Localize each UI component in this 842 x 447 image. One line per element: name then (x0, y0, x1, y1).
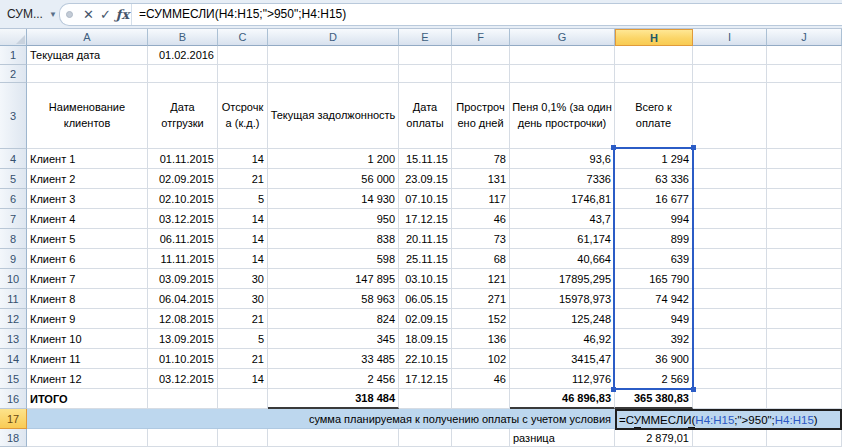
row-header-16[interactable]: 16 (0, 389, 27, 409)
cell-G4[interactable]: 93,6 (510, 149, 615, 169)
row-header-13[interactable]: 13 (0, 329, 27, 349)
cell-H12[interactable]: 949 (615, 309, 693, 329)
cell-G5[interactable]: 7336 (510, 169, 615, 189)
cell-C15[interactable]: 14 (218, 369, 268, 389)
row-header-10[interactable]: 10 (0, 269, 27, 289)
cell-F15[interactable]: 46 (452, 369, 510, 389)
cell-D1[interactable] (268, 46, 399, 65)
cell-E14[interactable]: 22.10.15 (399, 349, 452, 369)
cell-C16[interactable] (218, 389, 268, 409)
cell-D4[interactable]: 1 200 (268, 149, 399, 169)
cell-F6[interactable]: 117 (452, 189, 510, 209)
cell-E18[interactable] (399, 429, 452, 447)
cell-C8[interactable]: 14 (218, 229, 268, 249)
col-header-G[interactable]: G (510, 29, 615, 46)
cell-D5[interactable]: 56 000 (268, 169, 399, 189)
cell-D9[interactable]: 598 (268, 249, 399, 269)
cell-F2[interactable] (452, 65, 510, 83)
cell-C9[interactable]: 14 (218, 249, 268, 269)
cell-E8[interactable]: 20.11.15 (399, 229, 452, 249)
cell-H5[interactable]: 63 336 (615, 169, 693, 189)
cell-H11[interactable]: 74 942 (615, 289, 693, 309)
cell-D18[interactable] (268, 429, 399, 447)
cell-E1[interactable] (399, 46, 452, 65)
cell-H1[interactable] (615, 46, 693, 65)
cell-C12[interactable]: 21 (218, 309, 268, 329)
cell-J5[interactable] (767, 169, 842, 189)
col-header-B[interactable]: B (148, 29, 218, 46)
cell-B4[interactable]: 01.11.2015 (148, 149, 218, 169)
highlight-row-label[interactable]: сумма планируемая к получению оплаты с у… (27, 409, 615, 429)
cell-H8[interactable]: 899 (615, 229, 693, 249)
cell-F16[interactable] (452, 389, 510, 409)
cell-G9[interactable]: 40,664 (510, 249, 615, 269)
cell-H18[interactable]: 2 879,01 (615, 429, 693, 447)
cell-I8[interactable] (693, 229, 767, 249)
cell-D12[interactable]: 824 (268, 309, 399, 329)
cell-I14[interactable] (693, 349, 767, 369)
cell-E12[interactable]: 02.09.15 (399, 309, 452, 329)
cell-B14[interactable]: 01.10.2015 (148, 349, 218, 369)
row-header-1[interactable]: 1 (0, 46, 27, 65)
cell-F1[interactable] (452, 46, 510, 65)
cell-H6[interactable]: 16 677 (615, 189, 693, 209)
row-header-4[interactable]: 4 (0, 149, 27, 169)
cell-D14[interactable]: 33 485 (268, 349, 399, 369)
cell-F10[interactable]: 121 (452, 269, 510, 289)
cell-F14[interactable]: 102 (452, 349, 510, 369)
cell-C4[interactable]: 14 (218, 149, 268, 169)
cell-H3[interactable]: Всего к оплате (615, 83, 693, 149)
cell-G7[interactable]: 43,7 (510, 209, 615, 229)
row-header-5[interactable]: 5 (0, 169, 27, 189)
cell-A5[interactable]: Клиент 2 (27, 169, 148, 189)
cell-G11[interactable]: 15978,973 (510, 289, 615, 309)
cell-H16[interactable]: 365 380,83 (615, 389, 693, 409)
cell-A14[interactable]: Клиент 11 (27, 349, 148, 369)
cell-I13[interactable] (693, 329, 767, 349)
cell-D16[interactable]: 318 484 (268, 389, 399, 409)
cell-C1[interactable] (218, 46, 268, 65)
cell-E13[interactable]: 18.09.15 (399, 329, 452, 349)
cell-I2[interactable] (693, 65, 767, 83)
cell-E11[interactable]: 06.05.15 (399, 289, 452, 309)
cell-B3[interactable]: Дата отгрузки (148, 83, 218, 149)
cell-H13[interactable]: 392 (615, 329, 693, 349)
cell-I12[interactable] (693, 309, 767, 329)
splitter-dot-icon[interactable] (66, 11, 73, 18)
cell-E3[interactable]: Дата оплаты (399, 83, 452, 149)
cell-B1[interactable]: 01.02.2016 (148, 46, 218, 65)
cell-I7[interactable] (693, 209, 767, 229)
cell-H14[interactable]: 36 900 (615, 349, 693, 369)
cell-B9[interactable]: 11.11.2015 (148, 249, 218, 269)
cell-H9[interactable]: 639 (615, 249, 693, 269)
cell-B2[interactable] (148, 65, 218, 83)
col-header-A[interactable]: A (27, 29, 148, 46)
cell-I10[interactable] (693, 269, 767, 289)
cell-J10[interactable] (767, 269, 842, 289)
cell-D7[interactable]: 950 (268, 209, 399, 229)
cell-I11[interactable] (693, 289, 767, 309)
cell-C7[interactable]: 14 (218, 209, 268, 229)
edit-handle-icon[interactable] (634, 427, 641, 430)
cell-B6[interactable]: 02.10.2015 (148, 189, 218, 209)
insert-function-icon[interactable]: ƒx (114, 7, 131, 22)
cell-E5[interactable]: 23.09.15 (399, 169, 452, 189)
cell-H10[interactable]: 165 790 (615, 269, 693, 289)
cell-G12[interactable]: 125,248 (510, 309, 615, 329)
cell-J1[interactable] (767, 46, 842, 65)
cell-D8[interactable]: 838 (268, 229, 399, 249)
cell-G14[interactable]: 3415,47 (510, 349, 615, 369)
cell-A2[interactable] (27, 65, 148, 83)
cell-J2[interactable] (767, 65, 842, 83)
cell-G15[interactable]: 112,976 (510, 369, 615, 389)
cell-J8[interactable] (767, 229, 842, 249)
col-header-D[interactable]: D (268, 29, 399, 46)
cell-C3[interactable]: Отсрочка (к.д.) (218, 83, 268, 149)
cell-A10[interactable]: Клиент 7 (27, 269, 148, 289)
cell-E10[interactable]: 03.10.15 (399, 269, 452, 289)
cell-E2[interactable] (399, 65, 452, 83)
cell-J3[interactable] (767, 83, 842, 149)
cell-E15[interactable]: 17.12.15 (399, 369, 452, 389)
cell-J9[interactable] (767, 249, 842, 269)
cell-B18[interactable] (148, 429, 218, 447)
